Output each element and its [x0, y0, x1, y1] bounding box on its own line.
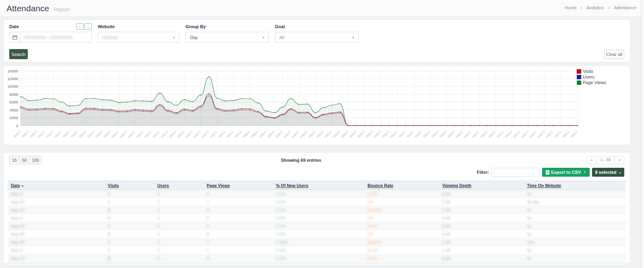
breadcrumb-analytics[interactable]: Analytics — [586, 5, 604, 10]
table-row: May 008080.0%0%0.000s — [8, 230, 626, 238]
table-cell[interactable]: 1 — [108, 238, 157, 246]
table-cell: 0 — [207, 222, 276, 230]
table-body: May 05460.0%0.0%0.000sMay 001110.0%0%1.0… — [8, 190, 626, 262]
column-header-visits[interactable]: Visits — [108, 183, 119, 188]
column-header-page-views[interactable]: Page Views — [207, 183, 230, 188]
chevron-down-icon: ▼ — [173, 36, 175, 39]
table-cell: 8 — [207, 230, 276, 238]
chevron-down-icon: ▼ — [619, 172, 621, 174]
svg-text:May 0: May 0 — [299, 130, 308, 138]
showing-entries-text: Showing 69 entries — [281, 158, 321, 163]
table-row: May 078080.0%0.0%0.000s — [8, 254, 626, 262]
page-size-100-button[interactable]: 100 — [29, 156, 42, 164]
date-filter: Date ← → 00/00/0000 - 00/00/0000 — [9, 23, 92, 43]
breadcrumb-home[interactable]: Home — [565, 5, 576, 10]
search-button[interactable]: Search — [9, 49, 28, 59]
svg-text:May 0: May 0 — [185, 130, 193, 138]
file-csv-icon — [546, 170, 549, 175]
table-cell: 8 — [207, 254, 276, 262]
table-cell: 0.00 — [442, 222, 527, 230]
column-header-users[interactable]: Users — [157, 183, 169, 188]
legend-item[interactable]: Page Views — [577, 80, 606, 85]
table-filter-input[interactable] — [491, 168, 540, 177]
column-header-date[interactable]: Date — [11, 183, 20, 188]
column-header-new-users[interactable]: % Of New Users — [276, 183, 309, 188]
page-size-50-button[interactable]: 50 — [20, 156, 30, 164]
table-cell: 0.00 — [442, 214, 527, 222]
svg-text:May 0: May 0 — [455, 130, 464, 138]
svg-text:May 0: May 0 — [545, 130, 554, 138]
svg-text:May 0: May 0 — [422, 130, 431, 138]
legend-swatch-icon — [577, 80, 581, 85]
table-cell: 0s — [527, 190, 626, 198]
svg-text:May 0: May 0 — [78, 130, 87, 138]
clear-all-button[interactable]: Clear all — [604, 50, 624, 59]
svg-text:May 0: May 0 — [496, 130, 504, 138]
svg-text:2000: 2000 — [10, 115, 18, 120]
calendar-icon[interactable] — [10, 32, 20, 42]
svg-text:May 0: May 0 — [234, 130, 242, 138]
table-cell[interactable]: 0 — [108, 222, 157, 230]
table-cell[interactable]: 1 — [108, 246, 157, 254]
pagination-next-button[interactable]: » — [615, 156, 624, 164]
svg-text:May 0: May 0 — [381, 130, 390, 138]
legend-label: Users — [583, 74, 594, 79]
date-label: Date — [9, 24, 19, 29]
group-by-select[interactable]: Day ▼ — [186, 32, 269, 43]
breadcrumb-separator: > — [608, 5, 610, 10]
column-header-viewing-depth[interactable]: Viewing Depth — [442, 183, 471, 188]
svg-text:May 0: May 0 — [357, 130, 365, 138]
table-cell: 0s — [527, 206, 626, 214]
svg-text:10000: 10000 — [8, 84, 18, 89]
columns-selected-button[interactable]: 8 selected ▼ — [592, 168, 624, 177]
legend-item[interactable]: Users — [577, 74, 606, 80]
column-header-bounce-rate[interactable]: Bounce Rate — [367, 183, 393, 188]
pagination: « 1 - 69 » — [587, 156, 624, 164]
svg-text:May 0: May 0 — [471, 130, 480, 138]
svg-text:May 0: May 0 — [45, 130, 54, 138]
goal-select[interactable]: All ▼ — [275, 32, 359, 43]
table-cell: 0 — [207, 214, 276, 222]
column-header-time-on-website[interactable]: Time On Website — [527, 183, 561, 188]
date-prev-button[interactable]: ← — [76, 23, 84, 30]
pagination-prev-button[interactable]: « — [587, 156, 597, 164]
table-cell: 0% — [367, 214, 442, 222]
table-cell[interactable]: 5 — [108, 190, 157, 198]
table-cell[interactable]: 1 — [108, 198, 157, 206]
website-select[interactable]: Website ▼ — [98, 32, 180, 43]
table-cell: 0s — [527, 246, 626, 254]
scrollbar[interactable] — [641, 0, 644, 268]
table-cell[interactable]: 0 — [108, 214, 157, 222]
page-size-15-button[interactable]: 15 — [9, 156, 20, 164]
svg-text:May 0: May 0 — [95, 130, 103, 138]
table-row: May 000000.0%0.0%0.000s — [8, 222, 626, 230]
svg-text:May 0: May 0 — [258, 130, 267, 138]
svg-text:May 0: May 0 — [136, 130, 144, 138]
date-next-button[interactable]: → — [85, 23, 92, 30]
table-cell: 0.0% — [276, 190, 367, 198]
svg-text:May 0: May 0 — [37, 130, 46, 138]
table-cell[interactable]: 8 — [108, 206, 157, 214]
export-csv-button[interactable]: Export to CSV ▼ — [542, 168, 590, 177]
table-cell: 1 — [157, 238, 207, 246]
table-cell: 0 — [157, 230, 207, 238]
svg-text:May 0: May 0 — [488, 130, 496, 138]
legend-item[interactable]: Visits — [577, 68, 606, 74]
table-cell[interactable]: 8 — [108, 230, 157, 238]
svg-text:May 0: May 0 — [349, 130, 357, 138]
svg-text:May 0: May 0 — [520, 130, 529, 138]
filter-label: Filter: — [477, 170, 489, 175]
svg-text:May 0: May 0 — [447, 130, 455, 138]
table-cell: 00.00% — [367, 238, 442, 246]
table-cell: 1.00 — [442, 238, 527, 246]
table-row: May 01110.0%00.001.000s — [8, 246, 626, 254]
chevron-down-icon: ▼ — [584, 171, 586, 173]
svg-text:May 0: May 0 — [291, 130, 300, 138]
table-cell[interactable]: 8 — [108, 254, 157, 262]
svg-text:May 0: May 0 — [160, 130, 169, 138]
date-range-input[interactable]: 00/00/0000 - 00/00/0000 — [9, 32, 92, 43]
svg-text:May 0: May 0 — [308, 130, 316, 138]
table-row: May 001110.0%0%1.0044 48s — [8, 198, 626, 206]
table-cell: 0.0% — [276, 246, 367, 254]
table-cell: May 00 — [8, 238, 108, 246]
